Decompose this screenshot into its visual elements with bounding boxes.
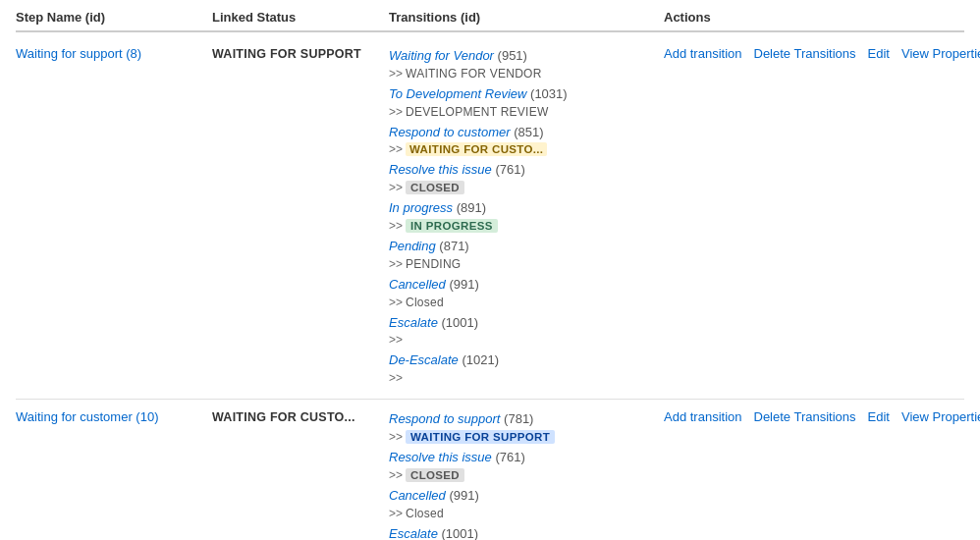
transition-id: (991) [449, 488, 478, 503]
transition-item: Pending (871)>> PENDING [389, 237, 654, 271]
transition-link[interactable]: In progress [389, 200, 453, 215]
column-linked-status: Linked Status [212, 10, 389, 25]
transition-item: Respond to customer (851)>> WAITING FOR … [389, 123, 654, 157]
transition-link[interactable]: Resolve this issue [389, 450, 492, 464]
arrow-icon: >> [389, 67, 403, 81]
transition-link[interactable]: Cancelled [389, 488, 446, 503]
step-name-link[interactable]: Waiting for customer (10) [16, 409, 158, 424]
arrow-icon: >> [389, 219, 403, 233]
column-step-name: Step Name (id) [16, 10, 212, 25]
transition-link[interactable]: Waiting for Vendor [389, 48, 494, 63]
transition-id: (1021) [462, 352, 499, 367]
transition-arrow-line: >> PENDING [389, 257, 654, 271]
transition-link[interactable]: Pending [389, 239, 436, 253]
table-header: Step Name (id) Linked Status Transitions… [16, 10, 964, 32]
transition-arrow-line: >> WAITING FOR CUSTO... [389, 142, 654, 156]
transition-link[interactable]: Respond to support [389, 411, 500, 426]
transition-arrow-line: >> DEVELOPMENT REVIEW [389, 105, 654, 119]
transition-arrow-line: >> [389, 371, 654, 385]
transition-item: Escalate (1001)>> [389, 524, 654, 540]
transition-item: In progress (891)>> IN PROGRESS [389, 198, 654, 233]
transition-id: (1031) [530, 86, 568, 101]
linked-status-value: WAITING FOR CUSTO... [212, 410, 355, 424]
transition-item: Resolve this issue (761)>> CLOSED [389, 448, 654, 482]
transition-id: (851) [514, 125, 543, 139]
transition-arrow-line: >> WAITING FOR VENDOR [389, 67, 654, 81]
workflow-table: Step Name (id) Linked Status Transitions… [16, 10, 964, 540]
transition-arrow-line: >> CLOSED [389, 468, 654, 482]
transitions-cell: Respond to support (781)>> WAITING FOR S… [389, 409, 664, 540]
transition-item: Waiting for Vendor (951)>> WAITING FOR V… [389, 46, 654, 81]
transition-item: De-Escalate (1021)>> [389, 351, 654, 385]
transition-id: (1001) [442, 526, 479, 540]
transition-id: (871) [439, 239, 468, 253]
arrow-icon: >> [389, 296, 403, 309]
transition-link[interactable]: De-Escalate [389, 352, 459, 367]
edit-2[interactable]: Edit [868, 409, 890, 424]
table-row: Waiting for support (8)WAITING FOR SUPPO… [16, 36, 964, 400]
transition-link[interactable]: Escalate [389, 315, 438, 330]
linked-status-cell: WAITING FOR SUPPORT [212, 46, 389, 61]
actions-cell: Add transitionDelete TransitionsEditView… [664, 46, 980, 61]
transition-id: (761) [495, 450, 524, 464]
transition-link[interactable]: To Development Review [389, 86, 526, 101]
delete-transitions-2[interactable]: Delete Transitions [754, 409, 856, 424]
transition-id: (991) [449, 277, 478, 292]
transition-link[interactable]: Resolve this issue [389, 162, 492, 177]
view-properties-1[interactable]: View Properties [901, 46, 980, 61]
transition-arrow-line: >> Closed [389, 296, 654, 309]
linked-status-cell: WAITING FOR CUSTO... [212, 409, 389, 424]
step-name-link[interactable]: Waiting for support (8) [16, 46, 141, 61]
table-row: Waiting for customer (10)WAITING FOR CUS… [16, 400, 964, 540]
arrow-icon: >> [389, 257, 403, 271]
transition-id: (1001) [442, 315, 479, 330]
step-name-cell: Waiting for customer (10) [16, 409, 212, 424]
transition-item: Cancelled (991)>> Closed [389, 275, 654, 309]
transitions-cell: Waiting for Vendor (951)>> WAITING FOR V… [389, 46, 664, 389]
view-properties-2[interactable]: View Properties [901, 409, 980, 424]
arrow-icon: >> [389, 181, 403, 194]
arrow-icon: >> [389, 371, 403, 385]
table-body: Waiting for support (8)WAITING FOR SUPPO… [16, 36, 964, 540]
transition-item: Cancelled (991)>> Closed [389, 486, 654, 520]
transition-id: (761) [495, 162, 524, 177]
arrow-icon: >> [389, 507, 403, 520]
transition-item: Respond to support (781)>> WAITING FOR S… [389, 409, 654, 444]
transition-item: Resolve this issue (761)>> CLOSED [389, 160, 654, 194]
edit-1[interactable]: Edit [868, 46, 890, 61]
transition-arrow-line: >> Closed [389, 507, 654, 520]
transition-arrow-line: >> IN PROGRESS [389, 219, 654, 233]
transition-arrow-line: >> [389, 333, 654, 347]
step-name-cell: Waiting for support (8) [16, 46, 212, 61]
arrow-icon: >> [389, 333, 403, 347]
transition-id: (891) [457, 200, 486, 215]
transition-arrow-line: >> CLOSED [389, 181, 654, 194]
arrow-icon: >> [389, 430, 403, 444]
column-transitions: Transitions (id) [389, 10, 664, 25]
arrow-icon: >> [389, 468, 403, 482]
arrow-icon: >> [389, 142, 403, 156]
actions-cell: Add transitionDelete TransitionsEditView… [664, 409, 980, 424]
add-transition-1[interactable]: Add transition [664, 46, 742, 61]
transition-arrow-line: >> WAITING FOR SUPPORT [389, 430, 654, 444]
column-actions: Actions [664, 10, 964, 25]
transition-item: To Development Review (1031)>> DEVELOPME… [389, 84, 654, 119]
transition-link[interactable]: Respond to customer [389, 125, 511, 139]
transition-id: (781) [504, 411, 533, 426]
add-transition-2[interactable]: Add transition [664, 409, 742, 424]
arrow-icon: >> [389, 105, 403, 119]
linked-status-value: WAITING FOR SUPPORT [212, 47, 361, 61]
transition-link[interactable]: Escalate [389, 526, 438, 540]
transition-item: Escalate (1001)>> [389, 313, 654, 348]
transition-id: (951) [498, 48, 527, 63]
transition-link[interactable]: Cancelled [389, 277, 446, 292]
delete-transitions-1[interactable]: Delete Transitions [754, 46, 856, 61]
